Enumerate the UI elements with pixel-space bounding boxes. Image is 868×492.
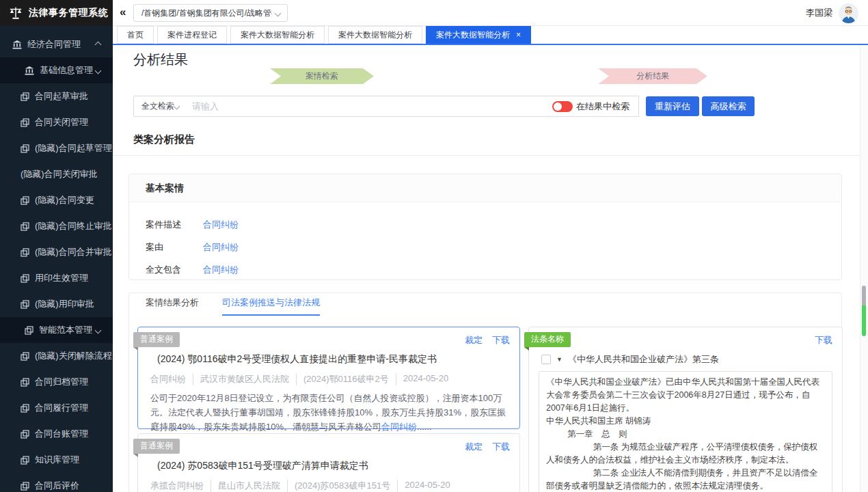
law-text-box: 《中华人民共和国企业破产法》已由中华人民共和国第十届全国人民代表大会常务委员会第… (539, 371, 832, 492)
avatar[interactable] (839, 3, 858, 23)
row-label: 案件描述 (146, 219, 203, 231)
sidebar-item-smart-template-mgmt[interactable]: 智能范本管理 (0, 317, 113, 343)
row-value-link[interactable]: 合同纠纷 (203, 241, 239, 254)
tab-label: 案件进程登记 (167, 30, 217, 40)
search-in-results-label: 在结果中检索 (576, 101, 629, 112)
sidebar-item-hidden-termination-approval[interactable]: (隐藏)合同终止审批 (0, 213, 113, 239)
sidebar-item-contract-close-mgmt[interactable]: 合同关闭管理 (0, 109, 113, 135)
search-scope-value: 全文检索 (141, 100, 174, 112)
sidebar-collapse-icon[interactable]: « (120, 5, 126, 19)
sidebar-item-economic-contract[interactable]: 经济合同管理 (0, 31, 113, 57)
law-checkbox[interactable] (541, 355, 551, 364)
sidebar-item-label: 合同起草审批 (35, 90, 88, 102)
chevron-down-icon (95, 327, 102, 333)
copy-icon (21, 144, 29, 153)
reevaluate-button[interactable]: 重新评估 (646, 96, 699, 116)
sidebar-item-label: (隐藏)用印审批 (35, 298, 94, 310)
chevron-down-icon (275, 10, 282, 17)
case-card-2[interactable]: 普通案例 裁定 下载 (2024) 苏0583破申151号受理破产清算申请裁定书… (137, 433, 520, 492)
sidebar-item-basic-info[interactable]: 基础信息管理 (0, 57, 113, 83)
sidebar-item-seal-effect-mgmt[interactable]: 用印生效管理 (0, 265, 113, 291)
tab-case-progress[interactable]: 案件进程登记 (157, 26, 227, 44)
case-cause: 合同纠纷 (150, 373, 186, 385)
sidebar-item-hidden-close-release-flow[interactable]: (隐藏)关闭解除流程 (0, 343, 113, 369)
chevron-down-icon (174, 103, 180, 110)
law-panel: 法条名称 下载 ▼ 《中华人民共和国企业破产法》第三条 《中华人民共和国企业破产… (528, 327, 843, 492)
row-value-link[interactable]: 合同纠纷 (203, 219, 239, 231)
sidebar-item-label: (隐藏)合同变更 (35, 194, 94, 206)
app-logo: 法律事务管理系统 (0, 0, 113, 26)
sidebar-item-label: 合同台账管理 (35, 428, 88, 440)
case-number: (2024)鄂0116破申2号 (296, 373, 389, 385)
divider (113, 155, 868, 156)
case-date: 2024-05-20 (396, 373, 449, 385)
tab-bigdata-analysis-2[interactable]: 案件大数据智能分析 (328, 26, 422, 44)
sidebar-item-contract-post-evaluation[interactable]: 合同后评价 (0, 473, 113, 492)
tab-label: 案件大数据智能分析 (338, 30, 412, 40)
scrollbar-track[interactable] (860, 45, 868, 492)
case-title[interactable]: (2024) 鄂0116破申2号受理债权人直接提出的重整申请-民事裁定书 (157, 353, 503, 366)
org-selector-value: /首钢集团/首钢集团有限公司/战略管控部门/首 (141, 8, 272, 19)
copy-icon (21, 352, 29, 361)
tab-judicial-cases-laws[interactable]: 司法案例推送与法律法规 (222, 297, 320, 316)
scrollbar-thumb[interactable] (862, 286, 866, 336)
result-tabs: 案情结果分析 司法案例推送与法律法规 (129, 293, 841, 316)
user-name[interactable]: 李国梁 (806, 0, 832, 26)
sidebar-item-contract-draft-approval[interactable]: 合同起草审批 (0, 83, 113, 109)
sidebar-item-hidden-draft-mgmt[interactable]: (隐藏)合同起草管理 (0, 135, 113, 161)
search-scope-select[interactable]: 全文检索 (133, 96, 186, 117)
bank-icon (25, 66, 34, 75)
advanced-search-button[interactable]: 高级检索 (702, 96, 755, 116)
sidebar-item-hidden-merge-approval[interactable]: (隐藏)合同合并审批 (0, 239, 113, 265)
row-value-link[interactable]: 合同纠纷 (203, 264, 239, 276)
tab-bigdata-analysis-1[interactable]: 案件大数据智能分析 (230, 26, 325, 44)
case-cause: 承揽合同纠纷 (150, 480, 204, 492)
sidebar-item-label: 合同履行管理 (35, 402, 88, 414)
ruling-link[interactable]: 裁定 (465, 441, 483, 453)
law-tag: 法条名称 (524, 332, 571, 347)
law-paragraph: 第一条 为规范企业破产程序，公平清理债权债务，保护债权人和债务人的合法权益，维护… (546, 441, 825, 467)
basic-row-description: 案件描述 合同纠纷 (146, 213, 841, 236)
page-title: 分析结果 (133, 51, 188, 69)
close-icon[interactable]: × (516, 27, 521, 43)
ruling-link[interactable]: 裁定 (465, 334, 483, 346)
chevron-down-icon (95, 67, 102, 74)
law-paragraph: 第一章 总 则 (546, 428, 825, 441)
step-analysis-result: 分析结果 (598, 68, 707, 84)
sidebar-item-hidden-seal-approval[interactable]: (隐藏)用印审批 (0, 291, 113, 317)
case-card-1[interactable]: 普通案例 裁定 下载 (2024) 鄂0116破申2号受理债权人直接提出的重整申… (137, 327, 520, 429)
sidebar-item-knowledge-base-mgmt[interactable]: 知识库管理 (0, 447, 113, 473)
sidebar-item-hidden-contract-change[interactable]: (隐藏)合同变更 (0, 187, 113, 213)
document-tabbar: 首页 案件进程登记 案件大数据智能分析 案件大数据智能分析 案件大数据智能分析 … (113, 26, 868, 45)
download-link[interactable]: 下载 (815, 334, 832, 346)
case-meta: 合同纠纷 武汉市黄陂区人民法院 (2024)鄂0116破申2号 2024-05-… (150, 373, 503, 385)
download-link[interactable]: 下载 (492, 441, 510, 453)
download-link[interactable]: 下载 (492, 334, 510, 346)
case-actions: 裁定 下载 (465, 334, 510, 346)
search-in-results-toggle[interactable] (552, 101, 573, 112)
caret-down-icon[interactable]: ▼ (556, 356, 562, 363)
sidebar-item-label: 用印生效管理 (35, 272, 88, 284)
case-tag: 普通案例 (133, 332, 180, 347)
report-title: 类案分析报告 (133, 133, 195, 146)
sidebar-nav: 经济合同管理 基础信息管理 合同起草审批 合同关闭管理 (隐藏)合同起草管理 (0, 26, 113, 492)
result-panel: 案情结果分析 司法案例推送与法律法规 普通案例 裁定 下载 (2024) 鄂01… (128, 292, 842, 492)
case-summary-highlight[interactable]: 合同纠纷 (381, 422, 417, 432)
sidebar-item-label: 智能范本管理 (39, 324, 92, 336)
copy-icon (21, 430, 29, 439)
tab-home[interactable]: 首页 (117, 26, 154, 44)
law-item-title[interactable]: 《中华人民共和国企业破产法》第三条 (568, 353, 719, 366)
sidebar-item-label: (隐藏)关闭解除流程 (35, 350, 112, 362)
case-title[interactable]: (2024) 苏0583破申151号受理破产清算申请裁定书 (157, 460, 503, 472)
tab-bigdata-analysis-active[interactable]: 案件大数据智能分析 × (426, 26, 531, 44)
org-selector[interactable]: /首钢集团/首钢集团有限公司/战略管控部门/首 (133, 4, 288, 22)
tab-case-result-analysis[interactable]: 案情结果分析 (146, 297, 199, 316)
bank-icon (12, 40, 22, 49)
sidebar-item-label: (隐藏)合同起草管理 (35, 142, 112, 154)
sidebar-item-contract-performance-mgmt[interactable]: 合同履行管理 (0, 395, 113, 421)
sidebar-item-contract-archive-mgmt[interactable]: 合同归档管理 (0, 369, 113, 395)
sidebar-item-hidden-close-approval[interactable]: (隐藏)合同关闭审批 (0, 161, 113, 187)
sidebar-item-contract-ledger-mgmt[interactable]: 合同台账管理 (0, 421, 113, 447)
case-court: 武汉市黄陂区人民法院 (193, 373, 289, 385)
scrollbar-thumb-green (862, 305, 866, 336)
